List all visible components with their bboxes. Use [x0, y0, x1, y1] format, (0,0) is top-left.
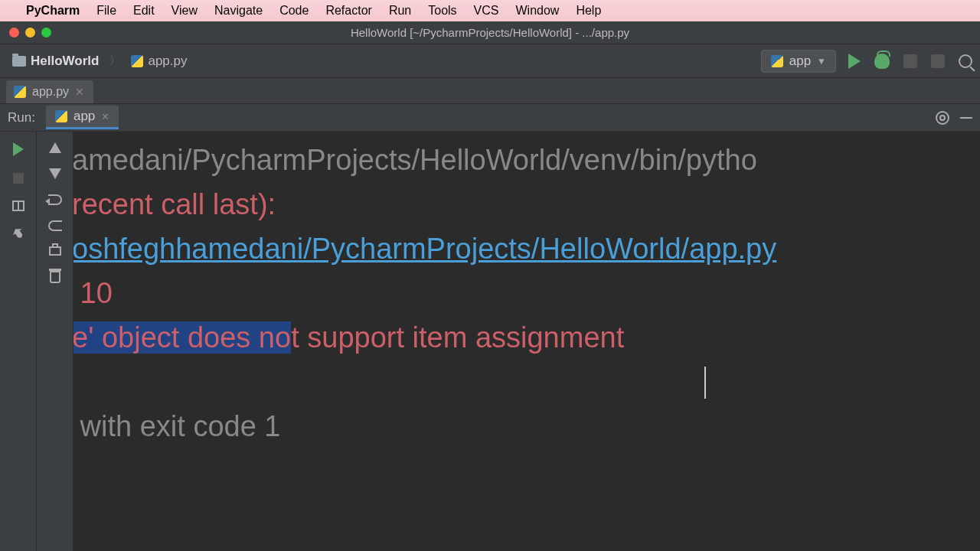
folder-icon	[12, 56, 26, 67]
mac-menubar[interactable]: PyCharm File Edit View Navigate Code Ref…	[0, 0, 980, 21]
breadcrumb: HelloWorld 〉 app.py	[8, 51, 191, 72]
run-tool-header: Run: app ✕	[0, 104, 980, 132]
print-icon[interactable]	[49, 246, 61, 256]
menu-refactor[interactable]: Refactor	[325, 4, 371, 18]
breadcrumb-project[interactable]: HelloWorld	[8, 51, 103, 72]
close-run-tab-icon[interactable]: ✕	[101, 111, 109, 122]
soft-wrap-icon[interactable]	[48, 194, 62, 205]
stop-button[interactable]	[931, 54, 945, 68]
breadcrumb-file[interactable]: app.py	[126, 51, 191, 72]
run-config-name: app	[789, 54, 811, 69]
rerun-button[interactable]	[13, 142, 24, 156]
gear-icon[interactable]	[936, 111, 949, 125]
app-menu[interactable]: PyCharm	[26, 4, 80, 18]
menu-edit[interactable]: Edit	[133, 4, 155, 18]
menu-navigate[interactable]: Navigate	[214, 4, 263, 18]
run-config-selector[interactable]: app ▼	[761, 50, 836, 73]
window-titlebar: HelloWorld [~/PycharmProjects/HelloWorld…	[0, 21, 980, 44]
chevron-right-icon: 〉	[109, 54, 120, 68]
editor-tab-app[interactable]: app.py ✕	[6, 80, 93, 103]
breadcrumb-project-label: HelloWorld	[31, 54, 99, 69]
window-minimize-button[interactable]	[25, 28, 35, 37]
pin-tab-button[interactable]	[11, 226, 25, 240]
coverage-button[interactable]	[903, 54, 917, 68]
python-file-icon	[55, 110, 67, 122]
console-line: t support item assignment	[291, 321, 624, 354]
console-line: with exit code 1	[74, 410, 280, 442]
console-output[interactable]: amedani/PycharmProjects/HelloWorld/venv/…	[74, 132, 980, 551]
clear-all-icon[interactable]	[50, 271, 60, 283]
python-file-icon	[131, 55, 143, 67]
chevron-down-icon: ▼	[817, 56, 826, 67]
menu-view[interactable]: View	[172, 4, 198, 18]
console-line: recent call last):	[74, 188, 276, 220]
up-stack-icon[interactable]	[49, 142, 61, 153]
run-tab-label: app	[74, 109, 95, 124]
down-stack-icon[interactable]	[49, 168, 61, 179]
console-line: amedani/PycharmProjects/HelloWorld/venv/…	[74, 144, 757, 176]
editor-tab-label: app.py	[32, 85, 69, 99]
layout-button[interactable]	[12, 201, 24, 211]
editor-tabs: app.py ✕	[0, 78, 980, 104]
navigation-bar: HelloWorld 〉 app.py app ▼	[0, 44, 980, 78]
menu-help[interactable]: Help	[576, 4, 601, 18]
menu-tools[interactable]: Tools	[428, 4, 456, 18]
console-line: 10	[74, 277, 113, 309]
python-file-icon	[771, 55, 783, 67]
debug-button[interactable]	[874, 54, 890, 69]
stop-process-button[interactable]	[13, 173, 24, 184]
menu-code[interactable]: Code	[279, 4, 309, 18]
close-tab-icon[interactable]: ✕	[75, 86, 84, 98]
python-file-icon	[14, 86, 26, 98]
window-maximize-button[interactable]	[41, 28, 51, 37]
run-gutter-right	[37, 132, 74, 551]
console-file-link[interactable]: oshfeghhamedani/PycharmProjects/HelloWor…	[74, 233, 776, 265]
scroll-to-end-icon[interactable]	[48, 220, 62, 231]
run-tool-window: amedani/PycharmProjects/HelloWorld/venv/…	[0, 132, 980, 551]
menu-vcs[interactable]: VCS	[474, 4, 499, 18]
menu-file[interactable]: File	[96, 4, 116, 18]
breadcrumb-file-label: app.py	[148, 54, 187, 69]
text-cursor	[704, 367, 706, 399]
run-gutter-left	[0, 132, 37, 551]
console-selection: e' object does no	[74, 321, 291, 354]
window-title: HelloWorld [~/PycharmProjects/HelloWorld…	[351, 26, 629, 39]
menu-run[interactable]: Run	[389, 4, 411, 18]
menu-window[interactable]: Window	[516, 4, 560, 18]
hide-tool-window-icon[interactable]	[960, 117, 972, 119]
window-close-button[interactable]	[9, 28, 19, 37]
run-tab-app[interactable]: app ✕	[46, 106, 119, 129]
run-button[interactable]	[848, 54, 861, 69]
search-icon[interactable]	[959, 54, 972, 68]
run-label: Run:	[8, 110, 35, 126]
